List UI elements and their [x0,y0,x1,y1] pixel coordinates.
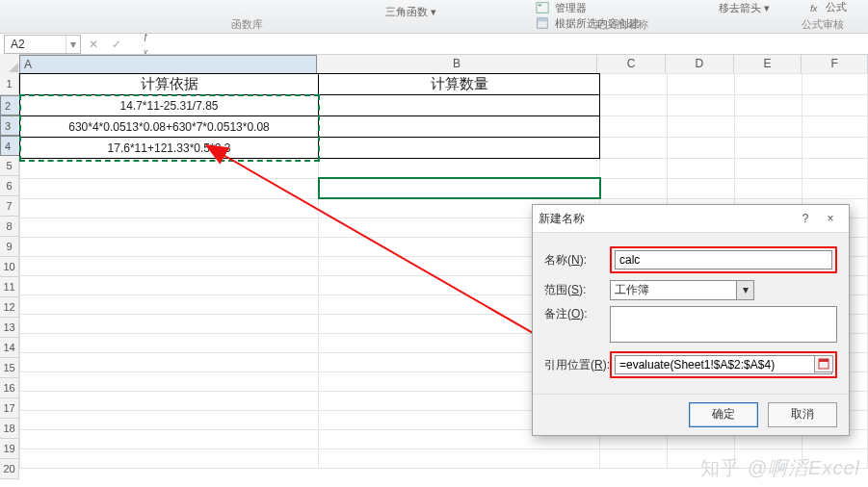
cell-B2[interactable] [319,95,600,116]
ribbon-fx-btn[interactable]: fx 公式 [809,0,847,14]
col-header-C[interactable]: C [597,55,666,74]
cell[interactable] [20,430,319,449]
cell[interactable] [20,334,319,353]
cancel-button[interactable]: 取消 [768,402,837,427]
cell[interactable] [668,116,735,138]
cell-B6-active[interactable] [319,178,600,198]
cell[interactable] [668,74,735,95]
cell[interactable] [600,449,668,469]
formula-input[interactable] [156,36,868,53]
cell[interactable] [802,74,868,95]
cell[interactable] [668,95,735,116]
cell-B3[interactable] [319,116,600,138]
ribbon-trig-menu[interactable]: 三角函数 ▾ [385,5,436,19]
cell-A3[interactable]: 630*4*0.0513*0.08+630*7*0.0513*0.08 [20,116,319,138]
row-header[interactable]: 19 [0,439,19,459]
cell-B4[interactable] [319,138,600,159]
col-header-B[interactable]: B [317,55,598,74]
cell[interactable] [735,95,802,116]
cell[interactable] [802,178,868,198]
cell-A1[interactable]: 计算依据 [20,74,319,95]
cell[interactable] [802,138,868,159]
cell[interactable] [600,95,668,116]
cell[interactable] [20,276,319,295]
ribbon-name-manager[interactable]: 管理器 [555,1,587,15]
row-header[interactable]: 18 [0,419,19,439]
cell[interactable] [600,74,668,95]
comment-textarea[interactable] [610,306,837,343]
cell[interactable] [319,159,600,179]
row-header[interactable]: 7 [0,196,19,217]
cancel-formula-icon[interactable]: ✕ [87,38,100,51]
row-headers[interactable]: 1 2 3 4 5 6 7 8 9 10 11 12 13 14 15 16 1… [0,73,19,479]
cell[interactable] [600,138,668,159]
col-header-A[interactable]: A [19,55,317,75]
row-header[interactable]: 17 [0,398,19,419]
cell[interactable] [802,116,868,138]
scope-select[interactable]: 工作簿 ▾ [610,280,754,300]
row-header[interactable]: 8 [0,217,19,237]
row-header[interactable]: 14 [0,338,19,358]
name-box-dropdown-icon[interactable]: ▾ [66,36,80,53]
cell[interactable] [20,353,319,372]
cell[interactable] [20,372,319,392]
ok-button[interactable]: 确定 [689,402,758,427]
cell[interactable] [802,95,868,116]
cell[interactable] [668,138,735,159]
row-header[interactable]: 12 [0,297,19,318]
cell[interactable] [20,238,319,257]
cell-A4[interactable]: 17.6*11+121.33*0.5*0.3 [20,138,319,159]
col-header-F[interactable]: F [802,55,868,74]
cell[interactable] [20,159,319,179]
select-all-corner[interactable] [0,54,20,74]
cell[interactable] [20,295,319,315]
cell[interactable] [600,178,668,198]
accept-formula-icon[interactable]: ✓ [110,38,123,51]
cell[interactable] [735,138,802,159]
cell[interactable] [802,159,868,179]
row-header[interactable]: 16 [0,378,19,398]
ribbon-remove-arrows[interactable]: 移去箭头 ▾ [713,0,770,15]
row-header[interactable]: 11 [0,277,19,297]
refersto-input[interactable] [615,355,832,374]
cell[interactable] [668,178,735,198]
cell[interactable] [20,411,319,430]
name-box[interactable]: A2 ▾ [4,35,81,54]
cell[interactable] [20,257,319,276]
range-selector-icon[interactable] [814,355,833,372]
cell[interactable] [20,315,319,334]
name-manager-icon[interactable] [536,1,549,14]
cell[interactable] [20,198,319,218]
cell[interactable] [735,178,802,198]
cell-A2[interactable]: 14.7*11-25.31/7.85 [20,95,319,116]
cell[interactable] [319,449,600,469]
row-header[interactable]: 6 [0,176,19,196]
cell[interactable] [20,218,319,238]
row-header[interactable]: 10 [0,257,19,277]
row-header[interactable]: 15 [0,358,19,378]
create-from-selection-icon[interactable] [536,16,549,30]
cell[interactable] [600,159,668,179]
cell[interactable] [668,159,735,179]
dialog-help-icon[interactable]: ? [793,212,818,225]
row-header[interactable]: 9 [0,237,19,257]
cell[interactable] [735,74,802,95]
cell-B1[interactable]: 计算数量 [319,74,600,95]
name-input[interactable] [615,250,832,269]
cell[interactable] [20,178,319,198]
row-header[interactable]: 1 [0,73,19,95]
cell[interactable] [20,392,319,411]
col-header-E[interactable]: E [734,55,802,74]
chevron-down-icon[interactable]: ▾ [736,281,753,299]
col-header-D[interactable]: D [666,55,734,74]
row-header[interactable]: 20 [0,459,19,479]
cell[interactable] [600,116,668,138]
cell[interactable] [735,159,802,179]
row-header[interactable]: 5 [0,156,19,176]
dialog-titlebar[interactable]: 新建名称 ? × [533,205,849,233]
column-headers[interactable]: A B C D E F [19,54,868,74]
cell[interactable] [735,116,802,138]
row-header[interactable]: 13 [0,318,19,338]
dialog-close-icon[interactable]: × [818,212,843,225]
cell[interactable] [20,449,319,469]
